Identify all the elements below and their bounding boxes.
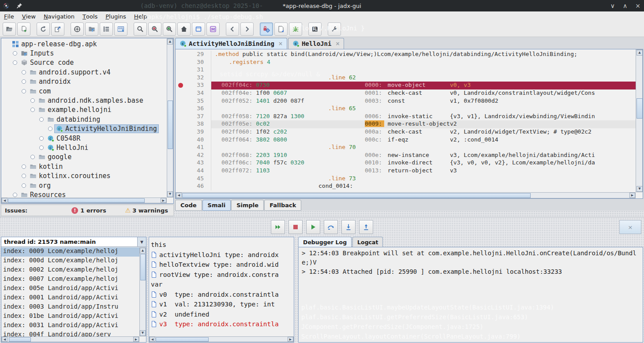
frames-hscroll-thumb[interactable] [9, 337, 31, 342]
line-number[interactable]: 39 [176, 128, 211, 136]
line-number[interactable]: 44 [176, 167, 211, 175]
expand-knob-icon[interactable] [39, 136, 44, 141]
expand-knob-icon[interactable] [48, 127, 52, 131]
go-to-main-activity-button[interactable] [177, 22, 191, 36]
export-code-button[interactable] [51, 22, 64, 36]
resume-button[interactable] [306, 220, 320, 234]
close-icon[interactable]: × [335, 41, 340, 47]
expand-knob-icon[interactable] [39, 145, 44, 150]
tree-item-com[interactable]: com [1, 86, 167, 96]
minimize-button[interactable]: ∨ [610, 2, 615, 9]
view-tab-fallback[interactable]: Fallback [264, 200, 301, 211]
expand-knob-icon[interactable] [30, 155, 35, 159]
frames-horizontal-scrollbar[interactable]: ◀ ▶ [1, 336, 139, 342]
debugger-attach-button[interactable] [260, 22, 273, 36]
close-button[interactable]: × [635, 2, 640, 9]
scroll-up-button[interactable]: ▲ [637, 50, 643, 56]
tree-item-androidx[interactable]: androidx [1, 77, 167, 86]
expand-knob-icon[interactable] [22, 164, 26, 169]
chevron-down-icon[interactable]: ▼ [137, 237, 146, 246]
variables-horizontal-scrollbar[interactable]: ◀ ▶ [149, 336, 294, 342]
tree-item-inputs[interactable]: Inputs [1, 48, 167, 58]
tree-item-activityhellojnibinding[interactable]: cActivityHelloJniBinding [1, 124, 167, 134]
add-files-button[interactable] [17, 22, 30, 36]
scroll-up-button[interactable]: ▲ [167, 39, 173, 45]
nav-forward-button[interactable] [240, 22, 254, 36]
reload-button[interactable] [37, 22, 50, 36]
stack-frame-row[interactable]: index: 0003 Landroid/app/Instru [1, 303, 139, 312]
expand-knob-icon[interactable] [22, 70, 26, 75]
step-out-button[interactable] [359, 220, 373, 234]
tree-item-org[interactable]: org [1, 181, 167, 190]
custom-window-button[interactable] [192, 22, 205, 36]
stack-frame-row[interactable]: index: 0001 Landroid/app/Activi [1, 294, 139, 303]
scroll-left-button[interactable]: ◀ [176, 193, 182, 198]
menu-file[interactable]: File [0, 11, 18, 21]
expand-knob-icon[interactable] [22, 183, 26, 188]
device-preview-button[interactable] [274, 22, 288, 36]
log-viewer-button[interactable] [308, 22, 322, 36]
frames-vertical-scrollbar[interactable]: ▲ ▼ [139, 247, 146, 336]
line-number[interactable]: 46 [176, 183, 211, 190]
expand-knob-icon[interactable] [13, 51, 17, 56]
line-number[interactable]: 34 [176, 89, 211, 97]
tree-horizontal-scrollbar[interactable]: ◀ ▶ [1, 198, 167, 203]
error-count[interactable]: 1 errors [80, 207, 106, 214]
variable-row[interactable]: v3 type: androidx.constraintla [150, 319, 293, 329]
search-comment-button[interactable] [163, 22, 176, 36]
step-into-button[interactable] [341, 220, 356, 234]
dock-close-button[interactable]: × [619, 220, 641, 234]
tree-hscroll-thumb[interactable] [8, 198, 145, 203]
line-number[interactable]: 41 [176, 144, 211, 152]
tree-item-c0548r[interactable]: cC0548R [1, 134, 167, 143]
stack-frame-row[interactable]: index: 01be Landroid/app/Activi [1, 312, 139, 321]
menu-plugins[interactable]: Plugins [101, 11, 130, 21]
tree-item-kotlin[interactable]: kotlin [1, 162, 167, 171]
line-number[interactable]: 32 [176, 74, 211, 82]
tree-item-app-release-dbg-apk[interactable]: app-release-dbg.apk [1, 39, 167, 48]
view-tab-code[interactable]: Code [175, 200, 202, 211]
variable-row[interactable]: v0 type: androidx.constraintla [150, 290, 293, 300]
view-tab-simple[interactable]: Simple [231, 200, 264, 211]
search-class-button[interactable] [148, 22, 161, 36]
line-number[interactable]: 38 [176, 120, 211, 128]
expand-knob-icon[interactable] [30, 98, 35, 103]
expand-knob-icon[interactable] [30, 108, 35, 112]
log-tab-debugger-log[interactable]: Debugger Log [298, 237, 352, 247]
scroll-right-button[interactable]: ▶ [133, 337, 139, 342]
variable-row[interactable]: v2 undefined [150, 309, 293, 320]
smali-code-view[interactable]: 29.method public static bind(Landroid/vi… [176, 49, 636, 192]
editor-tab-activityhellojnibinding[interactable]: cActivityHelloJniBinding× [175, 38, 287, 49]
expand-knob-icon[interactable] [13, 193, 17, 197]
expand-knob-icon[interactable] [22, 174, 26, 178]
line-number[interactable]: 33 [176, 82, 211, 89]
thread-selector[interactable]: thread id: 21573 name:main ▼ [1, 237, 146, 247]
menu-tools[interactable]: Tools [79, 11, 101, 21]
variable-group-row[interactable]: this [150, 240, 293, 250]
flat-packages-button[interactable] [100, 22, 113, 36]
tree-item-android-ndk-samples-base[interactable]: android.ndk.samples.base [1, 96, 167, 105]
expand-knob-icon[interactable] [22, 79, 26, 84]
line-number[interactable]: 40 [176, 136, 211, 144]
line-number[interactable]: 29 [176, 51, 211, 59]
scroll-right-button[interactable]: ▶ [288, 337, 293, 342]
menu-help[interactable]: Help [130, 11, 151, 21]
scroll-down-button[interactable]: ▼ [637, 186, 643, 192]
line-number[interactable]: 31 [176, 66, 211, 74]
close-icon[interactable]: × [278, 41, 283, 47]
tree-item-source-code[interactable]: Source code [1, 58, 167, 67]
log-tab-logcat[interactable]: Logcat [352, 237, 383, 247]
variable-row[interactable]: v1 val: 2131230930, type: int [150, 299, 293, 309]
tree-item-android-support-v4[interactable]: android.support.v4 [1, 67, 167, 77]
scroll-left-button[interactable]: ◀ [2, 337, 7, 342]
tree-item-example-hellojni[interactable]: example.hellojni [1, 105, 167, 115]
heap-usage-button[interactable] [114, 22, 127, 36]
code-hscroll-thumb[interactable] [182, 193, 531, 198]
line-number[interactable]: 36 [176, 105, 211, 113]
tree-vscroll-thumb[interactable] [168, 101, 173, 149]
breakpoint-icon[interactable] [178, 83, 183, 88]
menu-navigation[interactable]: Navigation [40, 11, 79, 21]
maximize-button[interactable]: ∧ [623, 2, 627, 9]
code-horizontal-scrollbar[interactable]: ◀ ▶ [176, 192, 636, 198]
scroll-left-button[interactable]: ◀ [2, 198, 7, 203]
